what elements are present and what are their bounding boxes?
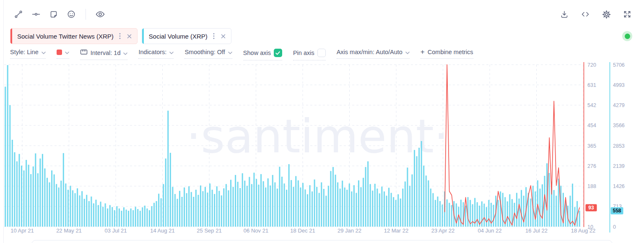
plus-icon: + xyxy=(421,49,425,55)
svg-text:93: 93 xyxy=(588,205,594,211)
style-dropdown[interactable]: Style: Line xyxy=(10,49,46,59)
svg-text:12 Mar 22: 12 Mar 22 xyxy=(384,227,409,234)
indicators-label: Indicators: xyxy=(138,49,166,55)
tab-label: Social Volume Twitter News (XRP) xyxy=(17,33,114,40)
kebab-menu-icon[interactable] xyxy=(209,31,218,41)
close-icon[interactable] xyxy=(218,31,229,41)
svg-text:0: 0 xyxy=(613,224,616,230)
close-icon[interactable] xyxy=(125,31,135,41)
fullscreen-button[interactable] xyxy=(621,8,633,20)
horizontal-line-tool-button[interactable] xyxy=(30,8,42,20)
show-axis-toggle[interactable]: Show axis xyxy=(243,49,282,60)
note-icon xyxy=(49,10,58,19)
svg-text:2139: 2139 xyxy=(613,163,625,169)
emoji-icon xyxy=(67,10,76,19)
chevron-down-icon xyxy=(42,49,46,55)
svg-text:542: 542 xyxy=(587,102,596,108)
chevron-down-icon xyxy=(169,49,174,55)
svg-text:5706: 5706 xyxy=(613,62,625,68)
svg-text:720: 720 xyxy=(587,62,596,68)
chart-settings-button[interactable] xyxy=(600,8,612,20)
chart-toolbar xyxy=(13,8,633,21)
gear-icon xyxy=(602,10,611,19)
smoothing-label: Smoothing: Off xyxy=(184,49,225,55)
chevron-down-icon xyxy=(65,49,69,55)
svg-text:18 Aug 22: 18 Aug 22 xyxy=(571,227,596,234)
svg-text:631: 631 xyxy=(587,82,596,88)
status-dot xyxy=(625,34,630,39)
svg-text:276: 276 xyxy=(587,163,596,169)
svg-text:10 Apr 21: 10 Apr 21 xyxy=(10,227,34,234)
kebab-menu-icon[interactable] xyxy=(115,31,125,41)
chart-settings-bar: Style: Line Interval: 1d Indicators: Smo… xyxy=(10,49,473,60)
show-axis-checkbox[interactable] xyxy=(274,49,282,57)
svg-text:365: 365 xyxy=(587,143,596,149)
fullscreen-icon xyxy=(623,10,632,19)
combine-metrics-button[interactable]: + Combine metrics xyxy=(421,49,473,59)
check-icon xyxy=(275,51,280,55)
interval-label: Interval: 1d xyxy=(91,50,121,56)
svg-text:558: 558 xyxy=(613,208,621,214)
tab-social-volume-twitter-news[interactable]: Social Volume Twitter News (XRP) xyxy=(10,28,138,44)
svg-text:·santiment·: ·santiment· xyxy=(186,110,449,163)
svg-text:25 Sep 21: 25 Sep 21 xyxy=(197,227,221,234)
chart-actions xyxy=(558,8,633,20)
indicators-dropdown[interactable]: Indicators: xyxy=(138,49,174,59)
download-icon xyxy=(560,10,569,19)
svg-text:29 Jan 22: 29 Jan 22 xyxy=(338,227,361,234)
svg-text:4279: 4279 xyxy=(613,102,625,108)
svg-text:18 Dec 21: 18 Dec 21 xyxy=(290,227,315,234)
tab-accent-bar xyxy=(142,29,144,44)
combine-metrics-label: Combine metrics xyxy=(428,49,473,55)
download-button[interactable] xyxy=(558,8,570,20)
svg-text:4993: 4993 xyxy=(613,82,625,88)
note-tool-button[interactable] xyxy=(48,8,60,20)
color-swatch xyxy=(57,50,62,55)
svg-text:06 Nov 21: 06 Nov 21 xyxy=(244,227,268,234)
trend-line-tool-button[interactable] xyxy=(13,8,24,20)
svg-text:3566: 3566 xyxy=(613,123,625,128)
metric-tabs: Social Volume Twitter News (XRP) Social … xyxy=(10,28,634,44)
svg-text:14 Aug 21: 14 Aug 21 xyxy=(150,227,175,234)
chevron-down-icon xyxy=(405,49,410,55)
live-status-indicator xyxy=(622,31,632,41)
tab-label: Social Volume (XRP) xyxy=(149,33,208,40)
embed-code-button[interactable] xyxy=(579,8,591,20)
tab-accent-bar xyxy=(10,29,12,44)
svg-text:16 Jul 22: 16 Jul 22 xyxy=(525,227,548,234)
svg-text:04 Jun 22: 04 Jun 22 xyxy=(478,227,501,234)
show-axis-label: Show axis xyxy=(243,50,271,56)
svg-text:03 Jul 21: 03 Jul 21 xyxy=(105,227,127,234)
svg-text:22 May 21: 22 May 21 xyxy=(56,227,82,234)
smoothing-dropdown[interactable]: Smoothing: Off xyxy=(184,49,232,59)
svg-text:454: 454 xyxy=(587,123,596,128)
svg-text:188: 188 xyxy=(587,183,596,189)
emoji-tool-button[interactable] xyxy=(65,8,77,20)
axis-maxmin-label: Axis max/min: Auto/Auto xyxy=(337,49,402,55)
chevron-down-icon xyxy=(228,49,232,55)
svg-text:1426: 1426 xyxy=(613,183,625,189)
hide-metrics-button[interactable] xyxy=(94,8,106,20)
interval-icon xyxy=(80,49,88,57)
code-icon xyxy=(580,10,590,19)
svg-text:23 Apr 22: 23 Apr 22 xyxy=(431,227,455,234)
next-panel-top-edge xyxy=(31,240,613,243)
pin-axis-label: Pin axis xyxy=(293,50,314,56)
axis-maxmin-dropdown[interactable]: Axis max/min: Auto/Auto xyxy=(337,49,410,59)
pin-axis-toggle[interactable]: Pin axis xyxy=(293,49,326,60)
toolbar-divider xyxy=(86,9,86,20)
svg-text:2853: 2853 xyxy=(613,143,625,149)
interval-dropdown[interactable]: Interval: 1d xyxy=(80,49,128,60)
horizontal-line-icon xyxy=(31,10,41,19)
chevron-down-icon xyxy=(123,50,127,56)
drawing-tools xyxy=(13,8,106,20)
metric-color-dropdown[interactable] xyxy=(57,49,69,59)
pin-axis-checkbox[interactable] xyxy=(317,49,326,57)
tab-social-volume[interactable]: Social Volume (XRP) xyxy=(142,28,231,44)
trend-line-icon xyxy=(14,10,23,19)
eye-icon xyxy=(95,10,105,19)
style-label: Style: Line xyxy=(10,49,39,55)
